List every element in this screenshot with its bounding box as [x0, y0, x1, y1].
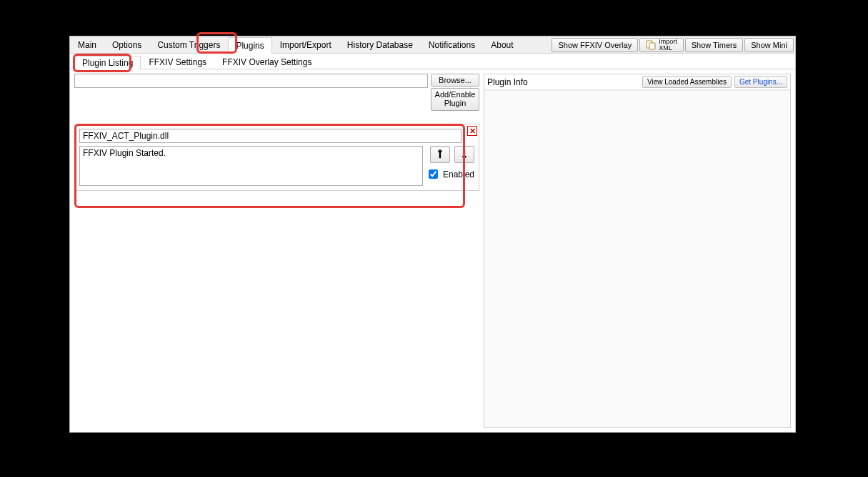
move-down-button[interactable]: 🠗 — [454, 146, 474, 163]
tab-import-export[interactable]: Import/Export — [272, 36, 339, 53]
tab-plugins[interactable]: Plugins — [228, 37, 271, 54]
browse-button[interactable]: Browse... — [431, 74, 479, 87]
show-mini-button[interactable]: Show Mini — [744, 38, 794, 52]
add-enable-plugin-button[interactable]: Add/Enable Plugin — [431, 88, 479, 111]
plugin-body: FFXIV Plugin Started. 🠕 🠗 — [79, 146, 474, 186]
plugin-log-box[interactable]: FFXIV Plugin Started. — [79, 146, 423, 186]
content-area: Browse... Add/Enable Plugin ✕ FFXIV_ACT_… — [70, 69, 795, 432]
tab-history-database[interactable]: History Database — [339, 36, 421, 53]
subtab-ffxiv-settings[interactable]: FFXIV Settings — [141, 55, 214, 69]
plugin-card: ✕ FFXIV_ACT_Plugin.dll FFXIV Plugin Star… — [74, 124, 479, 191]
browse-row: Browse... Add/Enable Plugin — [74, 74, 479, 111]
arrow-up-icon: 🠕 — [435, 149, 445, 160]
enabled-row[interactable]: Enabled — [426, 167, 474, 181]
tab-custom-triggers[interactable]: Custom Triggers — [149, 36, 228, 53]
browse-buttons: Browse... Add/Enable Plugin — [431, 74, 479, 111]
arrow-down-icon: 🠗 — [459, 149, 469, 160]
plugin-card-wrap: ✕ FFXIV_ACT_Plugin.dll FFXIV Plugin Star… — [74, 124, 479, 191]
right-toolbar: Show FFXIV Overlay Import XML Show Timer… — [552, 36, 795, 53]
import-xml-label: Import XML — [659, 39, 677, 51]
svg-rect-1 — [649, 43, 655, 49]
plugin-close-button[interactable]: ✕ — [467, 126, 477, 136]
left-pane: Browse... Add/Enable Plugin ✕ FFXIV_ACT_… — [74, 74, 479, 428]
tab-options[interactable]: Options — [104, 36, 149, 53]
app-window: Main Options Custom Triggers Plugins Imp… — [69, 36, 796, 433]
top-bar: Main Options Custom Triggers Plugins Imp… — [70, 36, 795, 54]
move-up-button[interactable]: 🠕 — [430, 146, 450, 163]
right-pane: Plugin Info View Loaded Assemblies Get P… — [484, 74, 791, 428]
view-loaded-assemblies-button[interactable]: View Loaded Assemblies — [642, 76, 732, 88]
sub-tabs: Plugin Listing FFXIV Settings FFXIV Over… — [70, 54, 795, 69]
show-timers-button[interactable]: Show Timers — [685, 38, 744, 52]
tab-main[interactable]: Main — [70, 36, 104, 53]
plugin-controls: 🠕 🠗 Enabled — [427, 146, 474, 186]
plugin-name-field[interactable]: FFXIV_ACT_Plugin.dll — [79, 129, 462, 143]
tab-about[interactable]: About — [483, 36, 521, 53]
get-plugins-button[interactable]: Get Plugins... — [734, 76, 787, 88]
subtab-plugin-listing[interactable]: Plugin Listing — [74, 56, 141, 69]
plugin-path-input[interactable] — [74, 74, 428, 88]
enabled-checkbox[interactable] — [429, 169, 438, 179]
right-pane-header: Plugin Info View Loaded Assemblies Get P… — [484, 74, 790, 90]
enabled-label: Enabled — [443, 169, 474, 180]
plugin-info-body — [484, 90, 790, 427]
subtab-ffxiv-overlay-settings[interactable]: FFXIV Overlay Settings — [214, 55, 319, 69]
plugin-arrow-row: 🠕 🠗 — [430, 146, 474, 163]
plugin-info-title: Plugin Info — [487, 77, 639, 87]
show-ffxiv-overlay-button[interactable]: Show FFXIV Overlay — [552, 38, 638, 52]
tab-notifications[interactable]: Notifications — [421, 36, 483, 53]
main-tabs: Main Options Custom Triggers Plugins Imp… — [70, 36, 552, 53]
import-xml-icon — [646, 40, 656, 50]
import-xml-button[interactable]: Import XML — [639, 38, 684, 52]
close-icon: ✕ — [469, 127, 476, 135]
